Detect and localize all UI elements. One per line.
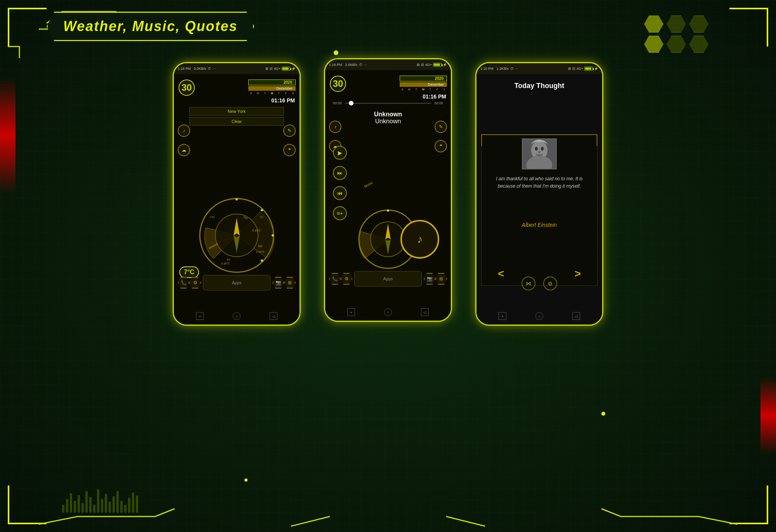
music-next-btn[interactable]: ⏭ (333, 166, 347, 180)
music-prev-btn[interactable]: ⏮ (333, 186, 347, 200)
mcal-s1: S (400, 88, 405, 91)
wifi-icon-1: ⊟ (270, 67, 273, 71)
battery-icon-3 (584, 67, 593, 71)
weather-bottom-icons: 📞 ⚙ Apps 📷 ⊞ (178, 275, 296, 290)
weather-status-time: 1:16 PM (178, 67, 191, 71)
music-camera-icon[interactable]: 📷 (424, 273, 435, 285)
svg-text:Sat: Sat (258, 245, 262, 247)
music-add-btn[interactable]: ≡+ (333, 206, 347, 220)
copy-btn[interactable]: ⧉ (543, 276, 557, 290)
weather-camera-icon[interactable]: 📷 (272, 277, 284, 288)
weather-weather-btn[interactable]: ☁ (178, 144, 190, 156)
svg-point-31 (538, 150, 540, 154)
status-right-1: ⊞ ⊟ 4G+ ⚡ (265, 67, 296, 71)
eq-bar-12 (105, 494, 107, 513)
share-btn[interactable]: ⋈ (521, 276, 535, 290)
dot-bl (244, 478, 248, 482)
weather-settings-icon[interactable]: ⚙ (189, 277, 201, 288)
svg-point-19 (261, 259, 263, 262)
svg-line-37 (446, 516, 485, 526)
weather-cal-days: S M T W T F S (248, 92, 296, 95)
svg-point-18 (272, 234, 274, 237)
music-controls: ▶ ⏭ ⏮ ≡+ (333, 146, 347, 220)
weather-phone-content: 30 2020 December S M T W T F S 01:16 PM … (174, 74, 300, 325)
music-nav-circle[interactable]: ○ (384, 308, 392, 316)
music-status-time: 1:16 PM (329, 63, 342, 67)
corner-decoration-tl (8, 8, 47, 47)
music-nav-back[interactable]: ◁ (421, 308, 429, 316)
eq-bar-19 (132, 492, 134, 513)
weather-music-btn[interactable]: ♪ (178, 124, 190, 137)
music-settings-icon[interactable]: ⚙ (341, 273, 352, 285)
music-grid-icon[interactable]: ⊞ (435, 273, 447, 285)
weather-apps-label[interactable]: Apps (203, 275, 270, 290)
music-phone-content: 30 2020 December S M T W T F S 01:16 PM … (325, 70, 451, 321)
battery-icon-2 (433, 63, 442, 67)
quotes-title: Today Thought (476, 82, 602, 90)
weather-nav-square[interactable]: ▪ (196, 312, 204, 320)
music-progress-knob[interactable] (349, 101, 353, 105)
weather-nav-back[interactable]: ◁ (270, 312, 277, 320)
status-right-3: ⊞ ⊟ 4G+ ⚡ (568, 67, 598, 71)
weather-nav-circle[interactable]: ○ (233, 312, 241, 320)
eq-bar-16 (120, 501, 123, 513)
network-icon-3: 4G+ (577, 67, 583, 71)
app-title: Weather, Music, Quotes (63, 18, 237, 35)
music-nav-square[interactable]: ▪ (347, 308, 355, 316)
quotes-nav-square[interactable]: ▪ (499, 312, 506, 320)
eq-bar-15 (116, 491, 119, 513)
music-nav-buttons: ▪ ○ ◁ (325, 307, 451, 318)
weather-city: New York (189, 107, 284, 116)
svg-point-17 (261, 209, 263, 211)
quote-author: Albert Einstein (482, 222, 597, 228)
weather-grid-icon[interactable]: ⊞ (284, 277, 296, 288)
music-cal-year: 2020 (400, 76, 447, 81)
weather-cal-month: December (248, 86, 296, 91)
music-current-time: 00:00 (333, 101, 342, 105)
weather-status-bar: 1:16 PM 0.0KB/s ⏱ ··· ⊞ ⊟ 4G+ ⚡ (174, 63, 300, 74)
phones-container: 1:16 PM 0.0KB/s ⏱ ··· ⊞ ⊟ 4G+ ⚡ 30 2020 … (0, 54, 776, 326)
quotes-nav-back[interactable]: ◁ (572, 312, 580, 320)
hex-4 (644, 36, 663, 53)
music-date-num: 30 (330, 76, 346, 92)
quotes-status-dots: ··· (515, 67, 518, 71)
quotes-nav-circle[interactable]: ○ (535, 312, 543, 320)
eq-bar-13 (109, 502, 111, 513)
eq-bar-17 (124, 505, 126, 513)
music-quote-btn[interactable]: ❝ (435, 140, 447, 152)
svg-text:180: 180 (210, 215, 215, 219)
eq-bar-11 (101, 499, 103, 513)
svg-text:60: 60 (260, 215, 263, 219)
weather-phone: 1:16 PM 0.0KB/s ⏱ ··· ⊞ ⊟ 4G+ ⚡ 30 2020 … (173, 62, 301, 326)
music-phone-icon[interactable]: 📞 (329, 273, 341, 285)
svg-text:Fri: Fri (227, 258, 230, 261)
corner-decoration-bl (8, 485, 47, 524)
weather-edit-btn[interactable]: ✎ (283, 124, 296, 137)
quotes-status-speed: 1.2KB/s (497, 67, 509, 71)
weather-date-num: 30 (178, 79, 195, 96)
hex-6 (689, 36, 708, 53)
music-time: 01:16 PM (423, 93, 446, 100)
music-cal-header: 2020 December S M T W T F S (400, 76, 447, 91)
weather-quote-btn[interactable]: ❝ (283, 144, 296, 156)
battery-icon-1 (282, 67, 290, 71)
music-apps-label[interactable]: Apps (354, 271, 422, 287)
music-cal-days: S M T W T F S (400, 88, 447, 91)
eq-bar-18 (128, 498, 130, 513)
music-disc: ♪ (400, 220, 439, 259)
svg-point-24 (387, 209, 389, 212)
music-status-speed: 2.0KB/s (345, 63, 358, 67)
network-icon-2: 4G+ (425, 63, 432, 67)
weather-phone-icon[interactable]: 📞 (178, 277, 189, 288)
eq-bar-7 (85, 491, 88, 513)
bolt-icon-3: ⚡ (594, 67, 598, 71)
weather-wheel-container: 180 60 Weather Thu 5-10°C Sat 0-15°C Fri… (198, 197, 275, 274)
weather-cal-header: 2020 December S M T W T F S (248, 79, 296, 95)
eq-bar-9 (93, 505, 95, 513)
music-play-btn[interactable]: ▶ (333, 146, 347, 160)
music-progress-track[interactable] (345, 103, 431, 104)
music-total-time: 00:00 (434, 101, 443, 105)
eq-bar-20 (136, 496, 138, 513)
weather-nav-buttons: ▪ ○ ◁ (174, 311, 300, 321)
music-progress-bar-container: 00:00 00:00 (333, 101, 443, 105)
